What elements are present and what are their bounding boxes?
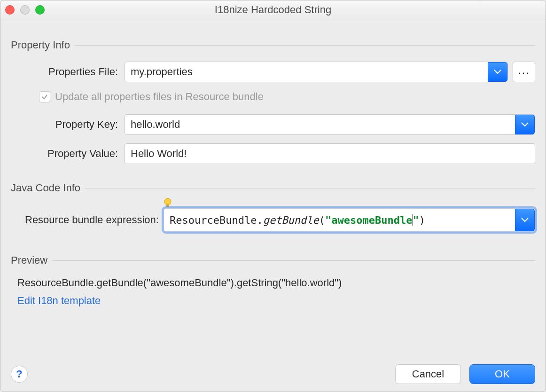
- svg-rect-1: [166, 204, 169, 207]
- property-value-label: Property Value:: [11, 148, 125, 160]
- property-value-input[interactable]: Hello World!: [125, 143, 535, 164]
- expr-string: awesomeBundle: [331, 214, 412, 226]
- update-all-checkbox[interactable]: [39, 91, 50, 102]
- divider: [75, 45, 535, 46]
- minimize-icon: [20, 5, 30, 15]
- dialog-window: I18nize Hardcoded String Property Info P…: [0, 0, 546, 392]
- property-key-value: hello.world: [131, 118, 529, 131]
- expr-part: ": [325, 214, 331, 226]
- chevron-down-icon[interactable]: [488, 62, 507, 82]
- lightbulb-icon[interactable]: [163, 198, 173, 208]
- window-title: I18nize Hardcoded String: [0, 4, 546, 16]
- help-button[interactable]: ?: [11, 366, 28, 383]
- titlebar: I18nize Hardcoded String: [0, 0, 546, 19]
- divider: [85, 188, 535, 188]
- zoom-icon[interactable]: [35, 5, 45, 15]
- expr-part: (: [319, 214, 325, 226]
- chevron-down-icon[interactable]: [515, 115, 535, 134]
- property-key-combo[interactable]: hello.world: [125, 114, 535, 135]
- properties-file-combo[interactable]: my.properties: [125, 62, 508, 82]
- property-value-text: Hello World!: [131, 148, 187, 160]
- expr-part: getBundle: [263, 214, 319, 226]
- section-label: Property Info: [11, 39, 75, 51]
- section-java-code-info: Java Code Info: [11, 182, 535, 194]
- divider: [52, 260, 535, 261]
- properties-file-value: my.properties: [131, 66, 502, 78]
- section-label: Preview: [11, 254, 52, 267]
- properties-file-label: Properties File:: [11, 66, 125, 78]
- edit-i18n-template-link[interactable]: Edit I18n template: [17, 295, 101, 307]
- property-key-label: Property Key:: [11, 118, 125, 131]
- chevron-down-icon[interactable]: [515, 209, 535, 231]
- expr-part: ": [413, 214, 419, 226]
- svg-point-0: [164, 198, 171, 205]
- expr-part: ResourceBundle.: [170, 214, 263, 226]
- section-preview: Preview: [11, 254, 535, 267]
- cancel-button[interactable]: Cancel: [395, 364, 461, 384]
- close-icon[interactable]: [5, 5, 15, 15]
- window-controls: [5, 5, 45, 15]
- ok-button[interactable]: OK: [469, 364, 535, 384]
- update-all-label: Update all properties files in Resource …: [55, 91, 264, 103]
- section-property-info: Property Info: [11, 39, 535, 51]
- resource-bundle-expression-label: Resource bundle expression:: [25, 214, 159, 226]
- browse-button[interactable]: ...: [513, 62, 535, 82]
- preview-text: ResourceBundle.getBundle("awesomeBundle"…: [17, 277, 535, 289]
- resource-bundle-expression-input[interactable]: ResourceBundle.getBundle("awesomeBundle"…: [164, 208, 535, 232]
- expr-part: ): [419, 214, 425, 226]
- section-label: Java Code Info: [11, 182, 85, 194]
